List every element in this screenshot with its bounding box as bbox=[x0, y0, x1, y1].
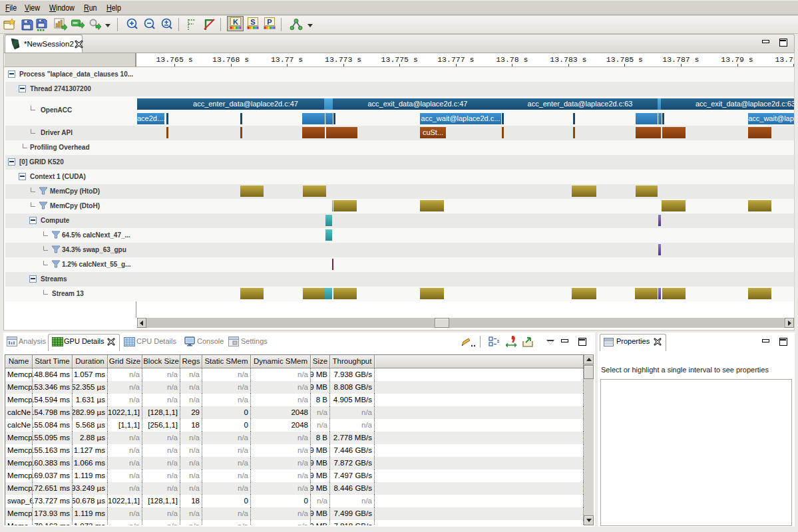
svg-text:P: P bbox=[267, 18, 272, 26]
svg-text:S: S bbox=[250, 18, 255, 26]
svg-text:K: K bbox=[233, 18, 238, 26]
